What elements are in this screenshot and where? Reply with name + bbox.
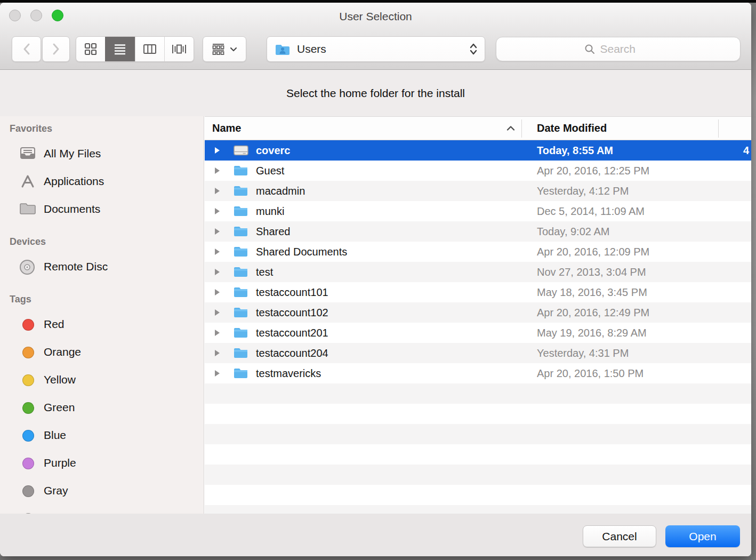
sidebar-item-tag-gray[interactable]: Gray xyxy=(0,483,204,499)
file-list: coverc Today, 8:55 AM 4 Guest Apr 20, 20… xyxy=(205,140,751,514)
disclosure-triangle-icon[interactable] xyxy=(215,188,220,194)
desktop-background-right xyxy=(751,0,756,560)
blue-tag-icon xyxy=(22,430,34,442)
column-divider xyxy=(718,119,719,138)
icon-view-button[interactable] xyxy=(76,37,105,61)
sidebar-item-tag-purple[interactable]: Purple xyxy=(0,455,204,471)
cancel-button[interactable]: Cancel xyxy=(583,525,656,547)
users-folder-icon xyxy=(275,43,291,55)
gray-tag-icon xyxy=(22,485,34,497)
sidebar-section-devices: Devices xyxy=(10,236,46,247)
folder-icon xyxy=(234,327,248,339)
sidebar-item-tag-yellow[interactable]: Yellow xyxy=(0,372,204,388)
table-row-test[interactable]: test Nov 27, 2013, 3:04 PM xyxy=(205,262,751,282)
path-selector[interactable]: Users xyxy=(267,36,485,62)
toolbar: User Selection xyxy=(0,3,751,70)
applications-icon xyxy=(19,174,36,189)
folder-icon xyxy=(234,347,248,359)
purple-tag-icon xyxy=(22,458,34,469)
size-fragment: 4 xyxy=(743,145,749,157)
sidebar-item-tag-orange[interactable]: Orange xyxy=(0,345,204,361)
disclosure-triangle-icon[interactable] xyxy=(215,167,220,174)
table-row-testaccount101[interactable]: testaccount101 May 18, 2016, 3:45 PM xyxy=(205,282,751,302)
coverflow-view-button[interactable] xyxy=(164,37,194,61)
folder-icon xyxy=(234,266,248,278)
disclosure-triangle-icon[interactable] xyxy=(215,309,220,316)
table-row-testaccount102[interactable]: testaccount102 Apr 20, 2016, 12:49 PM xyxy=(205,302,751,323)
folder-icon xyxy=(234,307,248,318)
remote-disc-icon xyxy=(19,259,35,275)
sidebar-section-tags: Tags xyxy=(10,294,31,305)
folder-icon xyxy=(234,185,248,197)
sidebar-item-tag-green[interactable]: Green xyxy=(0,400,204,416)
folder-icon xyxy=(234,205,248,217)
disclosure-triangle-icon[interactable] xyxy=(215,370,220,377)
table-row-shared-documents[interactable]: Shared Documents Apr 20, 2016, 12:09 PM xyxy=(205,242,751,262)
search-icon xyxy=(584,44,595,54)
sort-ascending-icon xyxy=(506,125,515,131)
forward-button[interactable] xyxy=(42,36,70,62)
back-button[interactable] xyxy=(12,36,41,62)
sidebar-item-all-my-files[interactable]: All My Files xyxy=(0,146,204,162)
sidebar-item-documents[interactable]: Documents xyxy=(0,202,204,218)
column-view-button[interactable] xyxy=(135,37,164,61)
column-header-date-modified[interactable]: Date Modified xyxy=(537,122,607,134)
disclosure-triangle-icon[interactable] xyxy=(215,269,220,275)
sidebar: Favorites All My Files Applications xyxy=(0,116,204,514)
green-tag-icon xyxy=(22,402,34,414)
disclosure-triangle-icon[interactable] xyxy=(215,208,220,214)
list-view-button[interactable] xyxy=(105,37,134,61)
table-row-macadmin[interactable]: macadmin Yesterday, 4:12 PM xyxy=(205,181,751,201)
column-header-name[interactable]: Name xyxy=(212,122,241,134)
red-tag-icon xyxy=(22,319,34,331)
all-my-files-icon xyxy=(19,146,36,161)
table-row-guest[interactable]: Guest Apr 20, 2016, 12:25 PM xyxy=(205,161,751,181)
table-row-testaccount201[interactable]: testaccount201 May 19, 2016, 8:29 AM xyxy=(205,323,751,343)
folder-icon xyxy=(234,286,248,298)
path-selector-label: Users xyxy=(297,43,463,55)
arrange-grid-icon xyxy=(212,43,225,55)
drive-icon xyxy=(234,145,248,156)
column-divider xyxy=(521,119,522,138)
table-row-shared[interactable]: Shared Today, 9:02 AM xyxy=(205,221,751,242)
table-row-testaccount204[interactable]: testaccount204 Yesterday, 4:31 PM xyxy=(205,343,751,363)
prompt-text: Select the home folder for the install xyxy=(286,87,465,100)
table-row-coverc[interactable]: coverc Today, 8:55 AM 4 xyxy=(205,140,751,161)
orange-tag-icon xyxy=(22,347,34,358)
list-header: Name Date Modified xyxy=(205,116,751,140)
chevron-left-icon xyxy=(22,42,31,56)
file-dialog-window: User Selection xyxy=(0,3,751,556)
arrange-button[interactable] xyxy=(203,36,246,62)
table-row-munki[interactable]: munki Dec 5, 2014, 11:09 AM xyxy=(205,201,751,221)
folder-icon xyxy=(234,367,248,379)
sidebar-item-applications[interactable]: Applications xyxy=(0,174,204,190)
table-row-testmavericks[interactable]: testmavericks Apr 20, 2016, 1:50 PM xyxy=(205,363,751,383)
prompt-band: Select the home folder for the install xyxy=(0,70,751,116)
disclosure-triangle-icon[interactable] xyxy=(215,350,220,356)
sidebar-item-remote-disc[interactable]: Remote Disc xyxy=(0,259,204,275)
list-view-icon xyxy=(114,43,126,55)
screen: User Selection xyxy=(0,0,756,560)
window-title: User Selection xyxy=(0,10,751,23)
folder-icon xyxy=(234,246,248,258)
sidebar-item-tag-red[interactable]: Red xyxy=(0,317,204,333)
sidebar-item-tag-blue[interactable]: Blue xyxy=(0,428,204,444)
disclosure-triangle-icon[interactable] xyxy=(215,147,220,154)
folder-icon xyxy=(234,226,248,237)
chevron-up-down-icon xyxy=(470,43,477,55)
coverflow-view-icon xyxy=(172,43,187,55)
open-button[interactable]: Open xyxy=(665,525,740,547)
disclosure-triangle-icon[interactable] xyxy=(215,249,220,255)
search-input[interactable] xyxy=(599,42,653,56)
search-field[interactable] xyxy=(496,37,741,61)
disclosure-triangle-icon[interactable] xyxy=(215,330,220,336)
chevron-right-icon xyxy=(51,42,61,56)
footer-bar: Cancel Open xyxy=(0,514,751,556)
disclosure-triangle-icon[interactable] xyxy=(215,228,220,235)
documents-folder-icon xyxy=(19,202,36,215)
icon-view-icon xyxy=(84,43,97,55)
desktop-background-bottom xyxy=(0,556,756,560)
column-view-icon xyxy=(143,43,157,55)
disclosure-triangle-icon[interactable] xyxy=(215,289,220,295)
folder-icon xyxy=(234,165,248,177)
